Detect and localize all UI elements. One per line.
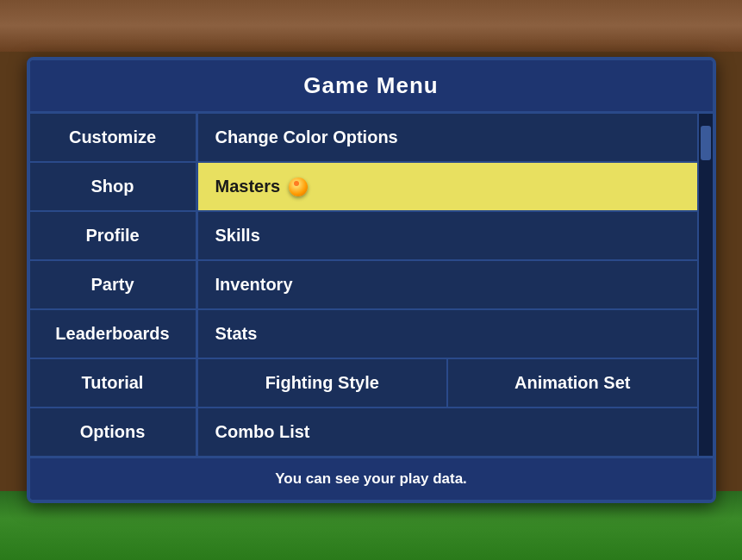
left-item-profile[interactable]: Profile <box>30 212 196 261</box>
left-item-shop[interactable]: Shop <box>30 163 196 212</box>
menu-inner: Customize Shop Profile Party Leaderboard… <box>30 114 713 456</box>
right-item-animation-set[interactable]: Animation Set <box>448 359 697 407</box>
right-item-masters[interactable]: Masters <box>198 163 697 212</box>
right-item-fighting-style-row: Fighting Style Animation Set <box>198 359 697 408</box>
right-item-stats[interactable]: Stats <box>198 310 697 359</box>
background-top <box>0 0 742 52</box>
menu-footer: You can see your play data. <box>30 456 713 500</box>
scrollbar[interactable] <box>697 114 713 456</box>
left-item-customize[interactable]: Customize <box>30 114 196 163</box>
left-item-leaderboards[interactable]: Leaderboards <box>30 310 196 359</box>
left-column: Customize Shop Profile Party Leaderboard… <box>30 114 198 456</box>
dragonball-cursor-icon <box>289 177 308 196</box>
game-menu: Game Menu Customize Shop Profile Party L… <box>27 57 716 503</box>
menu-body: Customize Shop Profile Party Leaderboard… <box>30 114 713 456</box>
left-item-party[interactable]: Party <box>30 261 196 310</box>
right-item-inventory[interactable]: Inventory <box>198 261 697 310</box>
right-item-combo-list[interactable]: Combo List <box>198 408 697 456</box>
right-column: Change Color Options Masters Skills Inve… <box>198 114 697 456</box>
left-item-options[interactable]: Options <box>30 408 196 456</box>
left-item-tutorial[interactable]: Tutorial <box>30 359 196 408</box>
right-item-change-color[interactable]: Change Color Options <box>198 114 697 163</box>
menu-title: Game Menu <box>30 60 713 114</box>
right-item-fighting-style[interactable]: Fighting Style <box>198 359 449 407</box>
scrollbar-thumb[interactable] <box>701 126 711 160</box>
right-item-skills[interactable]: Skills <box>198 212 697 261</box>
